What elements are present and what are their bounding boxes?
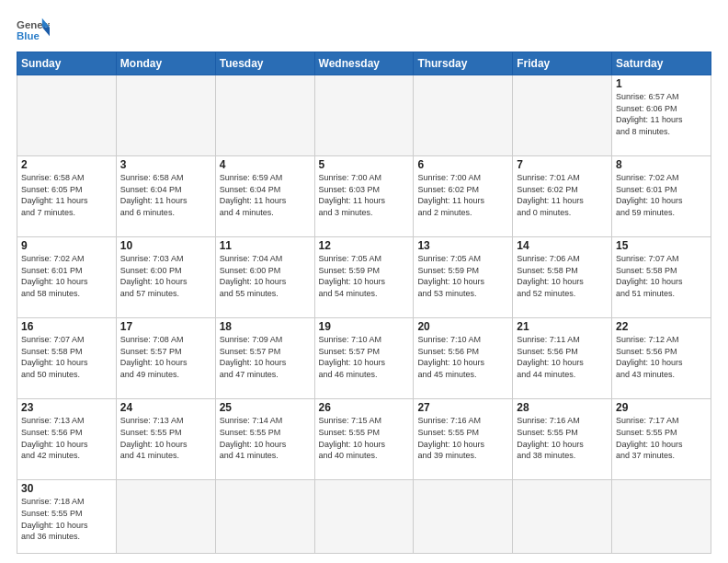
day-number: 1 [616, 77, 707, 90]
day-info: Sunrise: 7:13 AM Sunset: 5:55 PM Dayligh… [120, 415, 211, 461]
day-info: Sunrise: 7:00 AM Sunset: 6:02 PM Dayligh… [417, 172, 508, 218]
day-info: Sunrise: 6:57 AM Sunset: 6:06 PM Dayligh… [616, 91, 707, 137]
calendar-cell: 23Sunrise: 7:13 AM Sunset: 5:56 PM Dayli… [17, 399, 117, 480]
calendar-cell: 20Sunrise: 7:10 AM Sunset: 5:56 PM Dayli… [414, 318, 513, 399]
calendar-cell: 10Sunrise: 7:03 AM Sunset: 6:00 PM Dayli… [116, 237, 215, 318]
calendar-cell: 25Sunrise: 7:14 AM Sunset: 5:55 PM Dayli… [215, 399, 314, 480]
day-number: 29 [616, 401, 707, 414]
day-number: 27 [417, 401, 508, 414]
calendar-cell: 18Sunrise: 7:09 AM Sunset: 5:57 PM Dayli… [215, 318, 314, 399]
day-info: Sunrise: 7:16 AM Sunset: 5:55 PM Dayligh… [417, 415, 508, 461]
day-number: 22 [616, 320, 707, 333]
day-info: Sunrise: 7:05 AM Sunset: 5:59 PM Dayligh… [319, 253, 410, 299]
day-number: 11 [220, 239, 311, 252]
calendar-cell: 21Sunrise: 7:11 AM Sunset: 5:56 PM Dayli… [513, 318, 612, 399]
calendar-cell: 16Sunrise: 7:07 AM Sunset: 5:58 PM Dayli… [17, 318, 117, 399]
day-info: Sunrise: 7:05 AM Sunset: 5:59 PM Dayligh… [417, 253, 508, 299]
calendar-cell [414, 480, 513, 554]
calendar-cell: 15Sunrise: 7:07 AM Sunset: 5:58 PM Dayli… [612, 237, 711, 318]
calendar-cell: 5Sunrise: 7:00 AM Sunset: 6:03 PM Daylig… [314, 156, 414, 237]
day-number: 26 [319, 401, 410, 414]
day-info: Sunrise: 7:13 AM Sunset: 5:56 PM Dayligh… [21, 415, 112, 461]
calendar-cell: 1Sunrise: 6:57 AM Sunset: 6:06 PM Daylig… [612, 75, 711, 156]
day-number: 5 [319, 158, 410, 171]
calendar-cell [513, 75, 612, 156]
day-number: 9 [21, 239, 112, 252]
calendar-cell: 6Sunrise: 7:00 AM Sunset: 6:02 PM Daylig… [414, 156, 513, 237]
generalblue-logo-icon: General Blue [17, 17, 50, 42]
day-info: Sunrise: 6:58 AM Sunset: 6:04 PM Dayligh… [120, 172, 211, 218]
day-info: Sunrise: 7:04 AM Sunset: 6:00 PM Dayligh… [220, 253, 311, 299]
day-info: Sunrise: 7:07 AM Sunset: 5:58 PM Dayligh… [21, 334, 112, 380]
calendar-table: SundayMondayTuesdayWednesdayThursdayFrid… [17, 52, 711, 554]
page: General Blue SundayMondayTuesdayWednesda… [0, 0, 728, 563]
calendar-cell [215, 75, 314, 156]
day-number: 10 [120, 239, 211, 252]
calendar-cell: 8Sunrise: 7:02 AM Sunset: 6:01 PM Daylig… [612, 156, 711, 237]
weekday-header-tuesday: Tuesday [215, 52, 314, 75]
day-info: Sunrise: 7:00 AM Sunset: 6:03 PM Dayligh… [319, 172, 410, 218]
calendar-cell: 28Sunrise: 7:16 AM Sunset: 5:55 PM Dayli… [513, 399, 612, 480]
day-number: 6 [417, 158, 508, 171]
weekday-header-monday: Monday [116, 52, 215, 75]
calendar-cell [116, 75, 215, 156]
day-number: 3 [120, 158, 211, 171]
svg-text:Blue: Blue [17, 30, 40, 41]
weekday-header-sunday: Sunday [17, 52, 117, 75]
day-number: 23 [21, 401, 112, 414]
day-number: 16 [21, 320, 112, 333]
day-info: Sunrise: 7:15 AM Sunset: 5:55 PM Dayligh… [319, 415, 410, 461]
calendar-cell [314, 75, 414, 156]
day-number: 2 [21, 158, 112, 171]
logo: General Blue [17, 17, 50, 42]
day-info: Sunrise: 7:11 AM Sunset: 5:56 PM Dayligh… [517, 334, 608, 380]
calendar-cell: 29Sunrise: 7:17 AM Sunset: 5:55 PM Dayli… [612, 399, 711, 480]
calendar-cell: 13Sunrise: 7:05 AM Sunset: 5:59 PM Dayli… [414, 237, 513, 318]
day-number: 25 [220, 401, 311, 414]
day-number: 21 [517, 320, 608, 333]
calendar-cell: 26Sunrise: 7:15 AM Sunset: 5:55 PM Dayli… [314, 399, 414, 480]
weekday-header-saturday: Saturday [612, 52, 711, 75]
calendar-cell: 17Sunrise: 7:08 AM Sunset: 5:57 PM Dayli… [116, 318, 215, 399]
weekday-header-friday: Friday [513, 52, 612, 75]
weekday-header-wednesday: Wednesday [314, 52, 414, 75]
day-info: Sunrise: 6:59 AM Sunset: 6:04 PM Dayligh… [220, 172, 311, 218]
calendar-cell: 3Sunrise: 6:58 AM Sunset: 6:04 PM Daylig… [116, 156, 215, 237]
day-info: Sunrise: 7:06 AM Sunset: 5:58 PM Dayligh… [517, 253, 608, 299]
day-number: 7 [517, 158, 608, 171]
calendar-cell [513, 480, 612, 554]
calendar-cell [314, 480, 414, 554]
day-info: Sunrise: 7:08 AM Sunset: 5:57 PM Dayligh… [120, 334, 211, 380]
day-info: Sunrise: 7:01 AM Sunset: 6:02 PM Dayligh… [517, 172, 608, 218]
day-number: 28 [517, 401, 608, 414]
day-number: 14 [517, 239, 608, 252]
day-number: 20 [417, 320, 508, 333]
day-info: Sunrise: 7:17 AM Sunset: 5:55 PM Dayligh… [616, 415, 707, 461]
day-number: 13 [417, 239, 508, 252]
day-number: 12 [319, 239, 410, 252]
day-info: Sunrise: 7:14 AM Sunset: 5:55 PM Dayligh… [220, 415, 311, 461]
day-info: Sunrise: 7:18 AM Sunset: 5:55 PM Dayligh… [21, 496, 112, 542]
calendar-cell: 30Sunrise: 7:18 AM Sunset: 5:55 PM Dayli… [17, 480, 117, 554]
day-info: Sunrise: 7:09 AM Sunset: 5:57 PM Dayligh… [220, 334, 311, 380]
calendar-cell [215, 480, 314, 554]
weekday-header-thursday: Thursday [414, 52, 513, 75]
header: General Blue [17, 17, 711, 42]
day-info: Sunrise: 7:10 AM Sunset: 5:56 PM Dayligh… [417, 334, 508, 380]
calendar-cell [414, 75, 513, 156]
day-number: 15 [616, 239, 707, 252]
day-number: 19 [319, 320, 410, 333]
day-info: Sunrise: 7:16 AM Sunset: 5:55 PM Dayligh… [517, 415, 608, 461]
day-number: 30 [21, 482, 112, 495]
day-info: Sunrise: 7:03 AM Sunset: 6:00 PM Dayligh… [120, 253, 211, 299]
day-number: 17 [120, 320, 211, 333]
day-info: Sunrise: 7:07 AM Sunset: 5:58 PM Dayligh… [616, 253, 707, 299]
day-number: 24 [120, 401, 211, 414]
calendar-cell [17, 75, 117, 156]
calendar-cell: 24Sunrise: 7:13 AM Sunset: 5:55 PM Dayli… [116, 399, 215, 480]
day-info: Sunrise: 7:12 AM Sunset: 5:56 PM Dayligh… [616, 334, 707, 380]
day-number: 4 [220, 158, 311, 171]
calendar-cell [116, 480, 215, 554]
calendar-cell: 27Sunrise: 7:16 AM Sunset: 5:55 PM Dayli… [414, 399, 513, 480]
day-info: Sunrise: 6:58 AM Sunset: 6:05 PM Dayligh… [21, 172, 112, 218]
